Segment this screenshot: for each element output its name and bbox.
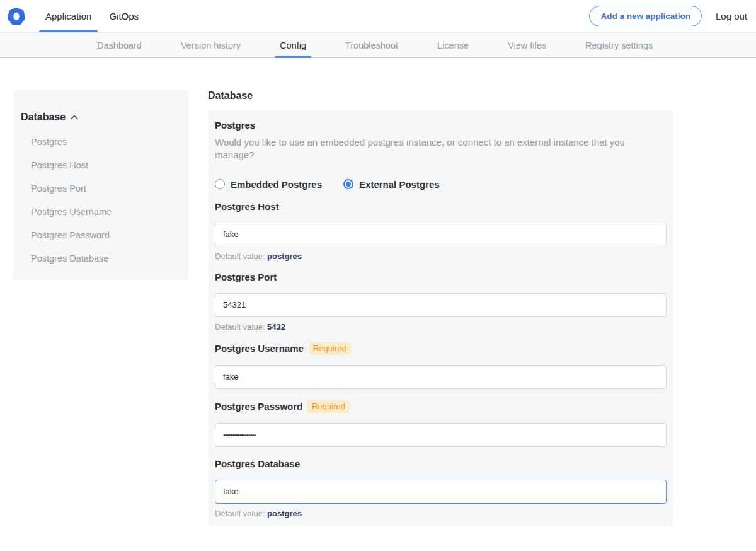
add-new-application-button[interactable]: Add a new application — [589, 6, 702, 26]
postgres-radio-group: Embedded Postgres External Postgres — [215, 179, 667, 190]
postgres-group-help: Would you like to use an embedded postgr… — [215, 136, 667, 162]
sidebar-item-postgres[interactable]: Postgres — [31, 137, 181, 147]
top-tabs: Application GitOps — [37, 0, 147, 32]
subtab-version-history-label: Version history — [181, 40, 241, 50]
radio-embedded-postgres-label: Embedded Postgres — [231, 179, 322, 190]
subtab-dashboard[interactable]: Dashboard — [88, 33, 151, 57]
config-group-heading: Database — [208, 90, 673, 102]
kots-logo-icon — [8, 8, 25, 25]
postgres-host-input[interactable] — [215, 223, 667, 246]
radio-circle-icon — [343, 179, 353, 189]
app-logo[interactable] — [6, 0, 37, 32]
postgres-username-input[interactable] — [215, 365, 667, 389]
subtab-version-history[interactable]: Version history — [172, 33, 249, 57]
sidebar-item-postgres-password[interactable]: Postgres Password — [31, 230, 181, 240]
subtab-dashboard-label: Dashboard — [97, 40, 142, 50]
subtab-config-label: Config — [280, 40, 306, 50]
subtab-license[interactable]: License — [428, 33, 478, 57]
config-group-panel: Postgres Would you like to use an embedd… — [208, 110, 673, 526]
subtab-registry-settings-label: Registry settings — [585, 40, 653, 50]
radio-external-postgres[interactable]: External Postgres — [343, 179, 440, 190]
radio-embedded-postgres[interactable]: Embedded Postgres — [215, 179, 322, 190]
sidebar-group-title: Database — [21, 112, 66, 123]
sidebar-item-postgres-host[interactable]: Postgres Host — [31, 160, 181, 170]
top-nav: Application GitOps Add a new application… — [0, 0, 756, 33]
sidebar-items: Postgres Postgres Host Postgres Port Pos… — [21, 137, 181, 264]
sidebar-item-postgres-username[interactable]: Postgres Username — [31, 207, 181, 217]
tab-application-label: Application — [45, 11, 91, 21]
logout-button[interactable]: Log out — [716, 11, 747, 21]
sidebar-group-database[interactable]: Database — [21, 112, 181, 123]
subtab-troubleshoot-label: Troubleshoot — [345, 40, 398, 50]
postgres-database-default-value: Default value: postgres — [215, 509, 667, 518]
field-postgres-username-label: Postgres Username — [215, 343, 304, 354]
postgres-port-input[interactable] — [215, 293, 667, 317]
subtab-view-files[interactable]: View files — [499, 33, 555, 57]
field-postgres-password: Postgres Password Required — [215, 400, 667, 447]
app-sub-nav: Dashboard Version history Config Trouble… — [0, 33, 756, 58]
subtab-troubleshoot[interactable]: Troubleshoot — [336, 33, 407, 57]
main-area: Database Postgres Postgres Host Postgres… — [0, 58, 756, 551]
field-postgres-password-label: Postgres Password — [215, 401, 302, 412]
field-postgres-port: Postgres Port Default value: 5432 — [215, 272, 667, 331]
field-postgres-host: Postgres Host Default value: postgres — [215, 201, 667, 260]
postgres-host-default-value: Default value: postgres — [215, 252, 667, 260]
postgres-group-label: Postgres — [215, 120, 667, 130]
tab-gitops-label: GitOps — [109, 11, 139, 21]
sidebar-item-postgres-port[interactable]: Postgres Port — [31, 183, 181, 194]
postgres-port-default-value: Default value: 5432 — [215, 323, 667, 331]
sidebar-item-postgres-database[interactable]: Postgres Database — [31, 253, 181, 264]
chevron-up-icon — [71, 115, 78, 120]
radio-external-postgres-label: External Postgres — [359, 179, 440, 190]
required-badge: Required — [307, 400, 350, 413]
field-postgres-host-label: Postgres Host — [215, 201, 279, 212]
field-postgres-database: Postgres Database Default value: postgre… — [215, 458, 667, 518]
field-postgres-username: Postgres Username Required — [215, 342, 667, 389]
config-sidebar: Database Postgres Postgres Host Postgres… — [14, 90, 188, 280]
postgres-password-input[interactable] — [215, 423, 667, 447]
top-nav-right: Add a new application Log out — [589, 0, 747, 32]
tab-application[interactable]: Application — [37, 0, 100, 32]
subtab-view-files-label: View files — [508, 40, 546, 50]
required-badge: Required — [309, 342, 351, 355]
subtab-license-label: License — [437, 40, 469, 50]
field-postgres-database-label: Postgres Database — [215, 458, 300, 470]
tab-gitops[interactable]: GitOps — [100, 0, 147, 32]
postgres-database-input[interactable] — [215, 480, 667, 504]
subtab-config[interactable]: Config — [271, 33, 315, 57]
field-postgres-port-label: Postgres Port — [215, 272, 277, 283]
config-content: Database Postgres Would you like to use … — [208, 90, 673, 551]
radio-circle-icon — [215, 179, 225, 189]
subtab-registry-settings[interactable]: Registry settings — [576, 33, 662, 57]
